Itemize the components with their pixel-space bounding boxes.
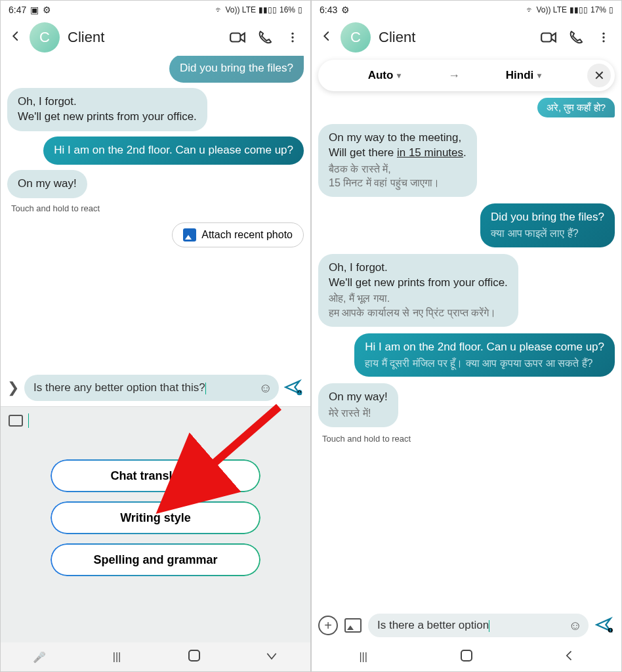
translate-close-button[interactable]: ✕ <box>587 64 611 87</box>
ai-suggestions: Chat translation Writing style Spelling … <box>9 459 302 576</box>
status-time: 6:47 <box>9 5 26 15</box>
composer: ❯ Is there any better option that this? … <box>1 369 310 406</box>
svg-rect-0 <box>230 33 240 42</box>
translated-text: ओह, मैं भूल गया. हम आपके कार्यालय से नए … <box>329 291 508 320</box>
message-list: Did you bring the files? Oh, I forgot. W… <box>1 56 310 369</box>
emoji-icon[interactable]: ☺ <box>569 618 582 633</box>
translated-text: बैठक के रास्ते में, 15 मिनट में वहां पहु… <box>329 162 466 190</box>
suggestion-writing-style[interactable]: Writing style <box>51 501 260 534</box>
svg-point-8 <box>602 36 604 38</box>
status-time: 6:43 <box>320 5 337 15</box>
chat-header: C Client <box>1 19 310 56</box>
translate-to[interactable]: Hindi▾ <box>464 69 583 82</box>
send-button[interactable] <box>595 616 615 635</box>
more-icon[interactable] <box>592 26 615 49</box>
more-icon[interactable] <box>281 26 304 49</box>
voice-call-icon[interactable] <box>254 26 276 49</box>
translated-text: हाय मैं दूसरी मंजिल पर हूँ। क्या आप कृपय… <box>365 356 604 371</box>
svg-point-2 <box>291 36 293 38</box>
react-hint: Touch and hold to react <box>318 434 615 444</box>
message-input[interactable]: Is there any better option that this? ☺ <box>24 375 279 401</box>
suggestion-chat-translation[interactable]: Chat translation <box>51 459 260 492</box>
svg-point-1 <box>291 33 293 35</box>
lte-icon: Vo)) LTE <box>537 5 567 14</box>
nav-home[interactable] <box>447 650 486 664</box>
translated-text: मेरे रास्ते में! <box>329 406 388 421</box>
message-input[interactable]: Is there a better option ☺ <box>368 614 589 637</box>
keyboard-icon[interactable] <box>9 415 23 427</box>
translate-bar: Auto▾ → Hindi▾ ✕ <box>318 60 615 91</box>
svg-rect-6 <box>541 33 551 42</box>
back-button[interactable] <box>7 30 24 45</box>
send-button[interactable] <box>284 378 304 398</box>
video-call-icon[interactable] <box>537 26 560 49</box>
translated-text: क्या आप फाइलें लाए हैं? <box>491 226 604 241</box>
gear-icon: ⚙ <box>341 5 350 15</box>
message-incoming[interactable]: On my way! <box>7 170 87 198</box>
gallery-button[interactable] <box>344 618 362 633</box>
nav-bar: ||| <box>312 642 621 671</box>
message-list: अरे, तुम कहाँ हो? On my way to the meeti… <box>312 95 621 608</box>
avatar[interactable]: C <box>30 22 60 52</box>
battery-icon: ▯ <box>609 5 613 14</box>
message-outgoing[interactable]: Did you bring the files? <box>169 56 304 83</box>
gallery-icon: ▣ <box>30 5 39 15</box>
arrow-right-icon: → <box>448 69 460 83</box>
avatar[interactable]: C <box>341 22 371 52</box>
nav-recents[interactable]: ||| <box>344 651 383 663</box>
composer: + Is there a better option ☺ <box>312 608 621 642</box>
message-incoming[interactable]: On my way! मेरे रास्ते में! <box>318 383 398 427</box>
message-outgoing[interactable]: Hi I am on the 2nd floor. Can u please c… <box>354 333 615 377</box>
chevron-down-icon: ▾ <box>397 71 401 80</box>
message-outgoing[interactable]: Did you bring the files? क्या आप फाइलें … <box>480 203 615 247</box>
message-incoming[interactable]: On my way to the meeting, Will get there… <box>318 124 477 197</box>
contact-name[interactable]: Client <box>65 29 221 46</box>
message-incoming[interactable]: Oh, I forgot. We'll get new prints from … <box>7 88 207 131</box>
suggestion-spelling-grammar[interactable]: Spelling and grammar <box>51 543 260 576</box>
attach-photo-chip[interactable]: Attach recent photo <box>172 222 304 247</box>
message-outgoing[interactable]: अरे, तुम कहाँ हो? <box>537 98 615 117</box>
video-call-icon[interactable] <box>226 26 249 49</box>
signal-icon: ▮▮▯▯ <box>259 5 277 14</box>
contact-name[interactable]: Client <box>376 29 532 46</box>
emoji-icon[interactable]: ☺ <box>259 381 272 396</box>
attach-photo-label: Attach recent photo <box>201 229 293 241</box>
chevron-down-icon: ▾ <box>537 71 541 80</box>
battery-text: 17% <box>591 5 606 14</box>
add-button[interactable]: + <box>318 616 338 635</box>
nav-recents[interactable]: ||| <box>97 651 136 663</box>
nav-home[interactable] <box>175 650 214 664</box>
nav-back[interactable] <box>550 649 589 665</box>
svg-point-9 <box>602 40 604 42</box>
translate-from[interactable]: Auto▾ <box>325 69 444 82</box>
wifi-icon: ᯤ <box>526 5 534 14</box>
mic-icon[interactable]: 🎤 <box>20 651 59 663</box>
react-hint: Touch and hold to react <box>7 203 304 213</box>
svg-point-3 <box>291 40 293 42</box>
battery-icon: ▯ <box>298 5 302 14</box>
chat-header: C Client <box>312 19 621 56</box>
gear-icon: ⚙ <box>43 5 51 15</box>
lte-icon: Vo)) LTE <box>226 5 256 14</box>
nav-back[interactable] <box>252 649 291 665</box>
signal-icon: ▮▮▯▯ <box>570 5 588 14</box>
expand-icon[interactable]: ❯ <box>7 379 19 396</box>
phone-right: 6:43 ⚙ ᯤ Vo)) LTE ▮▮▯▯ 17% ▯ C Client Au… <box>311 0 622 672</box>
phone-left: 6:47 ▣ ⚙ ᯤ Vo)) LTE ▮▮▯▯ 16% ▯ C Client … <box>0 0 311 672</box>
voice-call-icon[interactable] <box>565 26 587 49</box>
battery-text: 16% <box>280 5 295 14</box>
back-button[interactable] <box>318 30 335 45</box>
message-incoming[interactable]: Oh, I forgot. We'll get new prints from … <box>318 254 518 327</box>
keyboard-panel: Chat translation Writing style Spelling … <box>1 406 310 642</box>
svg-point-7 <box>602 33 604 35</box>
status-bar: 6:43 ⚙ ᯤ Vo)) LTE ▮▮▯▯ 17% ▯ <box>312 1 621 19</box>
image-icon <box>183 228 196 242</box>
status-bar: 6:47 ▣ ⚙ ᯤ Vo)) LTE ▮▮▯▯ 16% ▯ <box>1 1 310 19</box>
message-outgoing[interactable]: Hi I am on the 2nd floor. Can u please c… <box>43 136 304 165</box>
wifi-icon: ᯤ <box>215 5 223 14</box>
nav-bar: 🎤 ||| <box>1 642 310 671</box>
